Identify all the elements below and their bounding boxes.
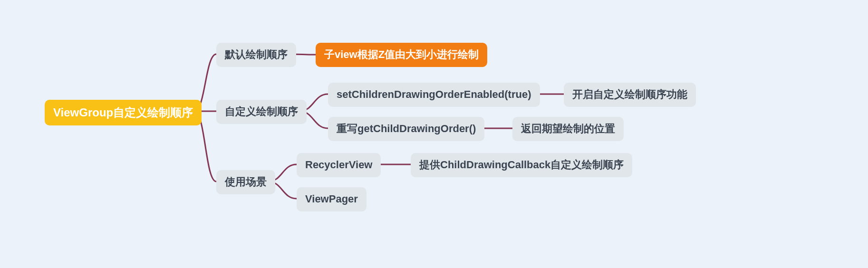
leaf-set-children-drawing-order[interactable]: setChildrenDrawingOrderEnabled(true) bbox=[328, 83, 540, 107]
leaf-recyclerview[interactable]: RecyclerView bbox=[297, 153, 381, 177]
branch-use-cases[interactable]: 使用场景 bbox=[216, 170, 275, 194]
branch-default-order[interactable]: 默认绘制顺序 bbox=[216, 43, 296, 67]
leaf-return-expected-position[interactable]: 返回期望绘制的位置 bbox=[512, 117, 624, 141]
mindmap-root[interactable]: ViewGroup自定义绘制顺序 bbox=[45, 100, 202, 125]
leaf-default-order-desc[interactable]: 子view根据Z值由大到小进行绘制 bbox=[316, 43, 487, 67]
leaf-viewpager[interactable]: ViewPager bbox=[297, 187, 366, 211]
leaf-enable-custom-order[interactable]: 开启自定义绘制顺序功能 bbox=[564, 83, 696, 107]
branch-custom-order[interactable]: 自定义绘制顺序 bbox=[216, 100, 307, 124]
leaf-child-drawing-callback[interactable]: 提供ChildDrawingCallback自定义绘制顺序 bbox=[411, 153, 632, 177]
leaf-override-get-child-drawing-order[interactable]: 重写getChildDrawingOrder() bbox=[328, 117, 484, 141]
